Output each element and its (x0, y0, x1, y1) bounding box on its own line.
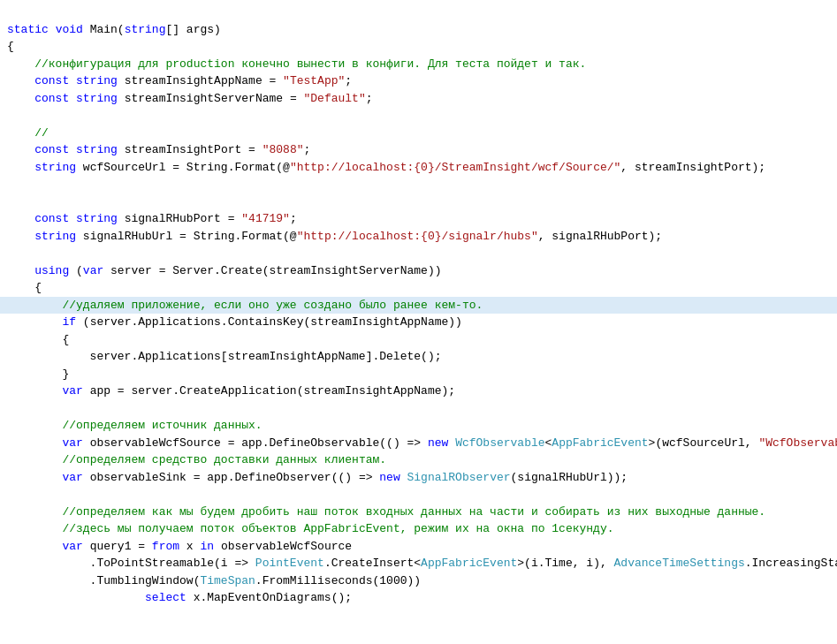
code-token (7, 453, 62, 466)
code-token: .FromMilliseconds(1000)) (255, 574, 421, 587)
code-line: var query1 = from x in observableWcfSour… (0, 538, 837, 556)
code-line: } (0, 366, 837, 383)
code-token (7, 126, 34, 140)
code-token: [] args) (165, 23, 220, 36)
code-token: { (7, 333, 69, 346)
code-token: "http://localhost:{0}/StreamInsight/wcf/… (290, 161, 620, 174)
code-token: observableSink = app.DefineObserver(() =… (83, 471, 379, 484)
code-token: >(i.Time, i), (517, 557, 613, 570)
code-token (7, 230, 34, 243)
code-token: const (34, 92, 69, 105)
code-token (7, 436, 62, 450)
code-token: , streamInsightPort); (620, 161, 765, 174)
code-line (0, 486, 837, 504)
code-token (7, 540, 62, 553)
code-line: const string streamInsightServerName = "… (0, 90, 837, 108)
code-line (0, 176, 837, 193)
code-token: { (7, 281, 42, 294)
code-token (7, 522, 62, 535)
code-token: TimeSpan (200, 574, 255, 587)
code-token: from (152, 540, 179, 553)
code-token: wcfSourceUrl = String.Format(@ (76, 161, 290, 174)
code-token: observableWcfSource (214, 540, 352, 553)
code-token (7, 264, 34, 277)
code-token: //определяем как мы будем дробить наш по… (62, 505, 765, 519)
code-line: //здесь мы получаем поток объектов AppFa… (0, 520, 837, 538)
code-token: const (34, 74, 69, 87)
code-token: string (125, 23, 166, 36)
code-token: } (7, 367, 69, 381)
code-token: AdvanceTimeSettings (614, 557, 745, 570)
code-token: ; (366, 92, 373, 105)
code-token: .TumblingWindow( (7, 574, 200, 587)
code-token: "WcfObservableService" (758, 436, 837, 450)
code-token: var (62, 384, 82, 398)
code-token: "http://localhost:{0}/signalr/hubs" (297, 230, 538, 243)
code-token (69, 74, 76, 87)
code-line: var observableWcfSource = app.DefineObse… (0, 435, 837, 452)
code-token (7, 591, 145, 604)
code-token: ; (345, 74, 352, 87)
code-token: string (76, 212, 118, 225)
code-token: SignalRObserver (407, 471, 511, 484)
code-line: //конфигурация для production конечно вы… (0, 56, 837, 73)
code-token (7, 384, 62, 398)
code-line: { (0, 279, 837, 297)
code-token: string (76, 74, 118, 87)
code-token (448, 436, 455, 450)
code-token: // (34, 126, 49, 140)
code-token (7, 299, 62, 312)
code-token: query1 = (83, 540, 152, 553)
code-token: server.Applications[streamInsightAppName… (7, 350, 441, 363)
code-token: signalRHubPort = (118, 212, 241, 225)
code-token (69, 212, 76, 225)
code-token (7, 471, 62, 484)
code-line: if (server.Applications.ContainsKey(stre… (0, 314, 837, 331)
code-token: WcfObservable (455, 436, 544, 450)
code-token (7, 57, 34, 71)
code-token: //определяем источник данных. (62, 419, 262, 432)
code-line: //определяем средство доставки данных кл… (0, 451, 837, 469)
code-token: .CreateInsert< (324, 557, 421, 570)
code-token: ; (304, 143, 311, 156)
code-line: string signalRHubUrl = String.Format(@"h… (0, 228, 837, 246)
code-token: (signalRHubUrl)); (511, 471, 628, 484)
code-token (7, 505, 62, 519)
code-token: ; (290, 212, 297, 225)
code-token: new (379, 471, 399, 484)
code-token: app = server.CreateApplication(streamIns… (83, 384, 455, 398)
code-token (7, 74, 34, 87)
code-token (7, 143, 34, 156)
code-token: .IncreasingStartTime) (745, 557, 837, 570)
code-token: var (62, 471, 82, 484)
code-token: void (56, 23, 83, 36)
code-token: server = Server.Create(streamInsightServ… (103, 264, 441, 277)
code-token: "Default" (304, 92, 366, 105)
code-line: { (0, 331, 837, 349)
code-token (49, 23, 56, 36)
code-token: PointEvent (255, 557, 324, 570)
code-token: AppFabricEvent (552, 436, 648, 450)
code-token: var (83, 264, 103, 277)
code-line: server.Applications[streamInsightAppName… (0, 348, 837, 366)
code-line: //определяем как мы будем дробить наш по… (0, 504, 837, 521)
code-line: //связываем источник и получатель данных (0, 641, 837, 645)
code-token: { (7, 40, 14, 53)
code-token: "8088" (263, 143, 304, 156)
code-token: //удаляем приложение, если оно уже созда… (62, 299, 483, 312)
code-token (7, 92, 34, 105)
code-line: static void Main(string[] args) (0, 21, 837, 39)
code-token: Main( (83, 23, 125, 36)
code-token: ( (69, 264, 83, 277)
code-token: using (34, 264, 69, 277)
code-token: , signalRHubPort); (538, 230, 662, 243)
code-line (0, 624, 837, 641)
code-token: //здесь мы получаем поток объектов AppFa… (62, 522, 613, 535)
code-line (0, 607, 837, 625)
code-token: streamInsightPort = (118, 143, 263, 156)
code-token: string (34, 161, 76, 174)
code-line: const string streamInsightPort = "8088"; (0, 141, 837, 159)
code-line: // (0, 125, 837, 142)
code-line: //определяем источник данных. (0, 417, 837, 435)
code-token: >(wcfSourceUrl, (649, 436, 759, 450)
